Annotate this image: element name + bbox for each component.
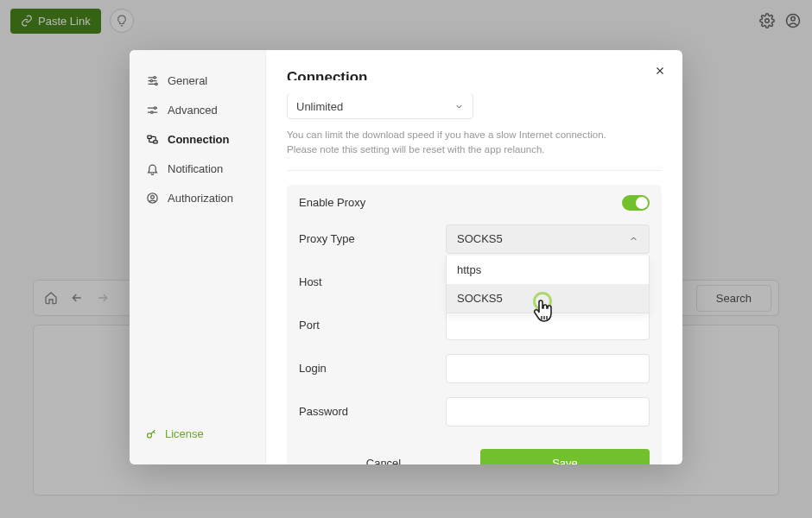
sidebar-item-authorization[interactable]: Authorization — [130, 183, 265, 212]
password-input[interactable] — [446, 397, 650, 426]
cancel-button[interactable]: Cancel — [299, 449, 468, 465]
speed-limit-select[interactable]: Unlimited — [287, 93, 473, 119]
svg-point-7 — [150, 111, 153, 113]
password-row: Password — [287, 394, 662, 437]
user-circle-icon — [145, 191, 159, 205]
settings-modal: General Advanced Connection Notification… — [130, 50, 682, 464]
port-label: Port — [299, 319, 446, 332]
settings-main: Connection Unlimited You can limit the d… — [266, 50, 682, 464]
chevron-up-icon — [629, 234, 638, 243]
svg-point-4 — [150, 79, 153, 82]
license-link[interactable]: License — [130, 419, 265, 449]
close-button[interactable] — [651, 62, 669, 79]
proxy-panel: Enable Proxy Proxy Type SOCKS5 https SOC… — [287, 185, 662, 465]
sidebar-item-advanced[interactable]: Advanced — [130, 95, 265, 124]
svg-point-5 — [155, 83, 157, 85]
sidebar-item-label: Connection — [168, 133, 230, 146]
connection-icon — [145, 132, 159, 146]
button-row: Cancel Save — [287, 437, 662, 465]
proxy-type-option-socks5[interactable]: SOCKS5 — [447, 284, 649, 313]
port-row: Port — [287, 307, 662, 351]
settings-sidebar: General Advanced Connection Notification… — [130, 50, 266, 464]
speed-limit-hint: You can limit the download speed if you … — [287, 128, 662, 171]
sidebar-item-label: Notification — [168, 162, 223, 175]
cancel-label: Cancel — [366, 457, 401, 464]
svg-point-12 — [148, 433, 152, 438]
hint-line: You can limit the download speed if you … — [287, 128, 662, 142]
adjust-icon — [145, 103, 159, 117]
proxy-type-select[interactable]: SOCKS5 — [446, 224, 650, 254]
proxy-type-label: Proxy Type — [299, 232, 446, 245]
bell-icon — [145, 161, 159, 175]
sidebar-item-notification[interactable]: Notification — [130, 154, 265, 183]
login-input[interactable] — [446, 354, 650, 383]
hint-line: Please note this setting will be reset w… — [287, 142, 662, 157]
sidebar-item-label: Authorization — [168, 192, 233, 205]
close-icon — [654, 65, 666, 77]
save-label: Save — [552, 457, 578, 464]
proxy-type-option-https[interactable]: https — [447, 256, 649, 284]
chevron-down-icon — [454, 102, 464, 111]
login-label: Login — [299, 362, 446, 375]
svg-rect-8 — [147, 136, 150, 138]
proxy-type-dropdown: https SOCKS5 — [446, 256, 650, 313]
key-icon — [145, 427, 158, 440]
sidebar-item-general[interactable]: General — [130, 66, 265, 95]
svg-point-3 — [153, 76, 155, 79]
enable-proxy-row: Enable Proxy — [287, 185, 662, 221]
sidebar-item-label: Advanced — [168, 104, 218, 117]
speed-limit-value: Unlimited — [296, 100, 343, 113]
svg-point-6 — [154, 106, 156, 109]
sidebar-item-label: General — [168, 74, 207, 87]
proxy-type-row: Proxy Type SOCKS5 https SOCKS5 — [287, 221, 662, 264]
svg-point-11 — [150, 195, 154, 199]
save-button[interactable]: Save — [480, 449, 650, 465]
password-label: Password — [299, 405, 446, 418]
svg-rect-9 — [153, 140, 156, 142]
host-label: Host — [299, 275, 446, 288]
enable-proxy-toggle[interactable] — [622, 195, 650, 211]
enable-proxy-label: Enable Proxy — [299, 196, 446, 209]
login-row: Login — [287, 351, 662, 394]
sidebar-item-connection[interactable]: Connection — [130, 124, 265, 154]
license-label: License — [165, 427, 204, 440]
proxy-type-value: SOCKS5 — [457, 232, 503, 245]
port-input[interactable] — [446, 311, 650, 340]
sliders-icon — [145, 73, 159, 87]
